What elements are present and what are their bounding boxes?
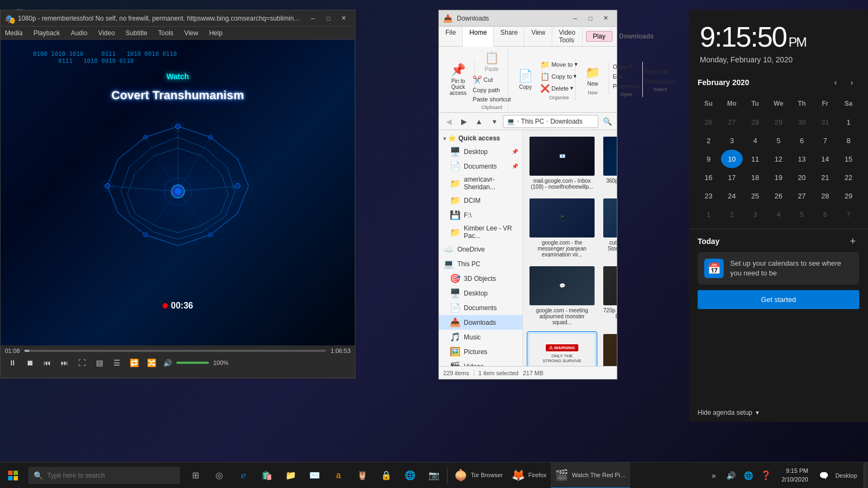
vlc-playlist-button[interactable]: ☰ [109, 356, 124, 369]
cal-day-28a[interactable]: 28 [744, 113, 766, 131]
tray-volume-icon[interactable]: 🔊 [723, 467, 739, 484]
ribbon-tab-home[interactable]: Home [463, 27, 494, 47]
content-item-4[interactable]: 💬 google.com - meeting adjourned monster… [527, 264, 597, 328]
taskbar-clock[interactable]: 9:15 PM 2/10/2020 [777, 467, 813, 484]
properties-button[interactable]: Properties [610, 82, 642, 91]
content-item-0[interactable]: 📧 mail.google.com - Inbox (109) - noself… [527, 134, 597, 192]
cal-day-1c[interactable]: 1 [698, 205, 719, 223]
vlc-minimize-button[interactable]: ─ [306, 13, 320, 24]
content-item-6[interactable]: ⚠ WARNING ONLY THESTRONG SURVIVE 1080p -… [527, 332, 597, 366]
cal-day-8[interactable]: 8 [838, 131, 859, 150]
taskbar-amazon[interactable]: a [328, 465, 349, 486]
sidebar-item-thispc[interactable]: 💻 This PC [439, 256, 522, 271]
vlc-stop-button[interactable]: ⏹ [22, 356, 37, 369]
vlc-menu-media[interactable]: Media [3, 29, 25, 37]
pin-to-quick-access-button[interactable]: 📌 Pin to Quick access [444, 61, 472, 98]
vlc-menu-subtitle[interactable]: Subtitle [124, 29, 150, 37]
delete-button[interactable]: ❌ Delete ▾ [538, 83, 579, 94]
nav-recent-button[interactable]: ▾ [488, 115, 501, 128]
cal-day-26b[interactable]: 26 [768, 187, 789, 205]
cal-day-7c[interactable]: 7 [838, 205, 859, 223]
taskbar-search-input[interactable] [47, 472, 167, 479]
cal-day-30a[interactable]: 30 [791, 113, 813, 131]
taskbar-store[interactable]: 🛍️ [256, 465, 278, 486]
taskbar-cortana[interactable]: ◎ [208, 465, 230, 486]
cal-day-6[interactable]: 6 [791, 131, 813, 150]
taskbar-app7[interactable]: 🔒 [375, 465, 397, 486]
vlc-progress-bar[interactable] [24, 350, 327, 352]
sidebar-item-videos[interactable]: 🎬 Videos [439, 359, 522, 366]
cal-day-17[interactable]: 17 [721, 168, 743, 187]
taskbar-tripadvisor[interactable]: 🦉 [352, 465, 373, 486]
sidebar-item-pictures[interactable]: 🖼️ Pictures [439, 344, 522, 359]
cal-day-3c[interactable]: 3 [744, 205, 766, 223]
ribbon-tab-videotools[interactable]: Video Tools [552, 27, 582, 46]
cal-day-31a[interactable]: 31 [814, 113, 836, 131]
open-button[interactable]: Open ▾ [610, 62, 642, 71]
vlc-volume-bar[interactable] [176, 362, 209, 364]
tray-network-icon[interactable]: 🌐 [741, 467, 757, 484]
new-button[interactable]: 📁 New [581, 63, 605, 89]
sidebar-item-documents[interactable]: 📄 Documents 📌 [439, 159, 522, 174]
vlc-video-area[interactable]: 0100 1010 1010 0111 1010 0010 0110 0111 … [1, 40, 355, 345]
nav-up-button[interactable]: ▲ [473, 115, 486, 128]
cal-day-20[interactable]: 20 [791, 168, 813, 187]
content-item-3[interactable]: 🎭 cutscene Messenge... Story of J... Arc… [601, 196, 617, 260]
vlc-menu-playback[interactable]: Playback [31, 29, 62, 37]
taskbar-browser[interactable]: 🌐 [399, 465, 421, 486]
ribbon-tab-view[interactable]: View [525, 27, 552, 46]
sidebar-item-downloads[interactable]: 📥 Downloads [439, 315, 522, 330]
cal-day-3[interactable]: 3 [721, 131, 743, 150]
vlc-maximize-button[interactable]: □ [321, 13, 335, 24]
cal-day-5c[interactable]: 5 [791, 205, 813, 223]
vlc-prev-button[interactable]: ⏮ [40, 356, 55, 369]
explorer-minimize-button[interactable]: ─ [568, 13, 582, 24]
sidebar-quickaccess-header[interactable]: ▾ ⭐ Quick access [439, 132, 522, 144]
vlc-menu-audio[interactable]: Audio [68, 29, 90, 37]
ribbon-play-button[interactable]: Play [586, 31, 612, 42]
paste-shortcut-button[interactable]: Paste shortcut [470, 95, 513, 104]
cal-day-5[interactable]: 5 [768, 131, 789, 150]
cal-day-25[interactable]: 25 [744, 187, 766, 205]
sidebar-item-3dobjects[interactable]: 🎯 3D Objects [439, 271, 522, 286]
cal-day-14[interactable]: 14 [814, 150, 836, 168]
vlc-menu-help[interactable]: Help [207, 29, 225, 37]
cal-day-26a[interactable]: 26 [698, 113, 719, 131]
cal-day-27b[interactable]: 27 [791, 187, 813, 205]
content-item-1[interactable]: 🎬 360p - Jo Arc vs... infin... [601, 134, 617, 192]
vlc-menu-view[interactable]: View [182, 29, 201, 37]
cal-day-2c[interactable]: 2 [721, 205, 743, 223]
cal-day-21[interactable]: 21 [814, 168, 836, 187]
vlc-shuffle-button[interactable]: 🔀 [144, 356, 159, 369]
ribbon-tab-share[interactable]: Share [494, 27, 525, 46]
taskbar-desktop-label[interactable]: Desktop [835, 472, 857, 479]
taskbar-explorer[interactable]: 📁 [280, 465, 302, 486]
cal-day-4[interactable]: 4 [744, 131, 766, 150]
vlc-fullscreen-button[interactable]: ⛶ [74, 356, 90, 369]
cal-day-29a[interactable]: 29 [768, 113, 789, 131]
cut-button[interactable]: ✂️ Cut [470, 74, 513, 85]
tray-expand-button[interactable]: » [706, 467, 722, 484]
cal-day-19[interactable]: 19 [768, 168, 789, 187]
sidebar-item-onedrive[interactable]: ☁️ OneDrive [439, 242, 522, 256]
vlc-menu-video[interactable]: Video [96, 29, 117, 37]
cal-day-7[interactable]: 7 [814, 131, 836, 150]
hide-agenda-button[interactable]: Hide agenda setup ▾ [689, 403, 868, 422]
sidebar-item-dcim[interactable]: 📁 DCIM [439, 193, 522, 208]
cal-day-12[interactable]: 12 [768, 150, 789, 168]
vlc-loop-button[interactable]: 🔁 [126, 356, 142, 369]
vlc-extended-button[interactable]: ▤ [92, 356, 107, 369]
vlc-play-pause-button[interactable]: ⏸ [5, 356, 20, 369]
vlc-menu-tools[interactable]: Tools [156, 29, 176, 37]
cal-day-1[interactable]: 1 [838, 113, 859, 131]
paste-button[interactable]: 📋 Paste [480, 49, 504, 74]
add-event-button[interactable]: + [846, 235, 859, 248]
cal-day-11[interactable]: 11 [744, 150, 766, 168]
explorer-close-button[interactable]: ✕ [598, 13, 612, 24]
sidebar-item-music[interactable]: 🎵 Music [439, 330, 522, 344]
content-item-7[interactable]: 🎬 720p - On all time... CLIMAX... Presti… [601, 332, 617, 366]
show-desktop-button[interactable] [864, 463, 868, 489]
cal-day-18[interactable]: 18 [744, 168, 766, 187]
sidebar-item-documents2[interactable]: 📄 Documents [439, 300, 522, 315]
address-bar[interactable]: 💻 › This PC › Downloads [503, 115, 598, 128]
